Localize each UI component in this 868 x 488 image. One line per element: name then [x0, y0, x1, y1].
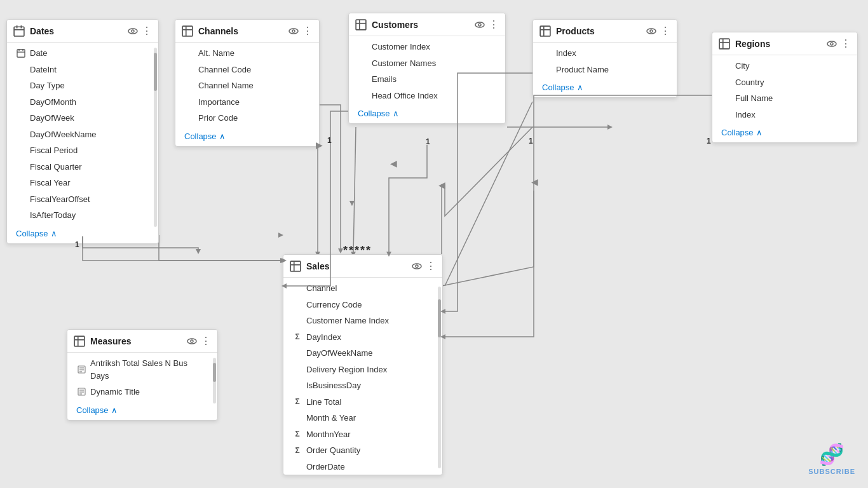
dates-scrollbar[interactable] [154, 48, 157, 227]
field-icon-currencycode [292, 299, 302, 309]
field-icon-sales-dayofweekname [292, 348, 302, 358]
field-monthnyear: Σ MonthnYear [283, 426, 436, 443]
field-icon-fullname [721, 93, 731, 104]
sales-header-actions: ⋮ [412, 260, 436, 272]
field-linetotal: Σ Line Total [283, 394, 436, 410]
dates-table-icon [13, 25, 25, 37]
field-icon-importance [184, 97, 194, 107]
badge-customers-1: 1 [426, 137, 430, 146]
regions-collapse-icon: ∧ [756, 128, 763, 137]
field-icon-channelcode [184, 64, 194, 74]
channels-table-header: Channels ⋮ [175, 20, 319, 43]
measures-eye-icon[interactable] [187, 336, 197, 346]
field-icon-regions-index [721, 109, 731, 119]
field-icon-altname [184, 48, 194, 58]
field-icon-linetotal: Σ [292, 396, 302, 407]
sales-table-icon [290, 261, 301, 272]
sales-table-title: Sales [306, 261, 412, 271]
field-importance: Importance [175, 94, 319, 111]
customers-menu-icon[interactable]: ⋮ [489, 18, 499, 30]
regions-table-title: Regions [735, 39, 827, 49]
svg-point-42 [187, 339, 196, 344]
field-orderdate: OrderDate [283, 459, 436, 475]
measures-menu-icon[interactable]: ⋮ [201, 335, 211, 347]
customers-header-actions: ⋮ [475, 18, 499, 30]
measures-collapse-icon: ∧ [111, 405, 118, 415]
dates-scrollbar-thumb [154, 53, 157, 91]
svg-point-8 [128, 29, 137, 34]
field-icon-customerindex [358, 42, 368, 52]
field-fiscalquarter: Fiscal Quarter [7, 159, 158, 175]
svg-point-22 [475, 22, 484, 27]
dates-eye-icon[interactable] [128, 26, 138, 36]
measures-scrollbar-thumb [213, 363, 216, 382]
field-icon-dayofweekname [16, 129, 26, 139]
field-icon-products-index [542, 48, 552, 58]
field-city: City [712, 58, 857, 74]
field-icon-fiscalquarter [16, 161, 26, 172]
measures-collapse-btn[interactable]: Collapse ∧ [67, 403, 217, 420]
field-icon-dayofmonth [16, 97, 26, 107]
customers-collapse-btn[interactable]: Collapse ∧ [349, 106, 505, 123]
dates-table-header: Dates ⋮ [7, 20, 158, 43]
channels-menu-icon[interactable]: ⋮ [302, 25, 313, 37]
field-icon-monthnyear: Σ [292, 429, 302, 439]
svg-point-27 [647, 29, 656, 34]
svg-point-28 [650, 30, 653, 32]
measures-scrollbar[interactable] [213, 358, 216, 403]
arrow-products-left: ◀ [438, 180, 445, 190]
field-icon-daytype [16, 81, 26, 91]
products-eye-icon[interactable] [646, 26, 656, 36]
field-icon-fiscalyear [16, 178, 26, 188]
svg-marker-62 [196, 249, 201, 254]
regions-menu-icon[interactable]: ⋮ [841, 37, 851, 50]
field-icon-isaftertoday [16, 210, 26, 220]
products-collapse-btn[interactable]: Collapse ∧ [533, 80, 677, 97]
products-menu-icon[interactable]: ⋮ [660, 25, 670, 37]
sales-scrollbar-thumb [438, 299, 441, 337]
customers-table-title: Customers [372, 20, 475, 30]
field-date-label: Date [30, 47, 47, 60]
sales-menu-icon[interactable]: ⋮ [426, 260, 436, 272]
field-daytype: Day Type [7, 78, 158, 94]
field-currencycode: Currency Code [283, 297, 436, 313]
field-icon-dayofweek [16, 113, 26, 123]
field-channelname: Channel Name [175, 78, 319, 94]
svg-rect-14 [182, 26, 193, 36]
svg-point-37 [412, 264, 421, 269]
svg-marker-3 [607, 125, 613, 130]
field-regions-index: Index [712, 107, 857, 123]
date-field-icon [16, 48, 26, 58]
svg-point-32 [827, 41, 836, 46]
dates-menu-icon[interactable]: ⋮ [142, 25, 152, 37]
dates-header-actions: ⋮ [128, 25, 152, 37]
badge-products-1: 1 [529, 137, 533, 146]
sales-eye-icon[interactable] [412, 261, 422, 271]
field-fiscalyearoffset: FiscalYearOffset [7, 191, 158, 208]
products-table-header: Products ⋮ [533, 20, 677, 43]
channels-table: Channels ⋮ Alt. Name Channel Code Channe… [175, 19, 320, 147]
dates-table-title: Dates [30, 26, 128, 36]
channels-header-actions: ⋮ [288, 25, 313, 37]
regions-collapse-btn[interactable]: Collapse ∧ [712, 125, 857, 142]
field-channel: Channel [283, 280, 436, 297]
svg-rect-34 [290, 261, 301, 271]
channels-eye-icon[interactable] [288, 26, 299, 36]
field-fullname: Full Name [712, 90, 857, 107]
field-icon-channelname [184, 81, 194, 91]
arrow-channels-right: ▶ [316, 140, 323, 150]
field-icon-city [721, 61, 731, 71]
channels-table-title: Channels [198, 26, 288, 36]
field-icon-emails [358, 74, 368, 85]
dates-collapse-btn[interactable]: Collapse ∧ [7, 226, 158, 243]
field-customerindex: Customer Index [349, 39, 505, 55]
field-icon-deliveryregionindex [292, 364, 302, 374]
measures-header-actions: ⋮ [187, 335, 211, 347]
sales-scrollbar[interactable] [438, 287, 441, 468]
customers-eye-icon[interactable] [475, 20, 485, 30]
channels-collapse-btn[interactable]: Collapse ∧ [175, 129, 319, 146]
svg-point-18 [292, 30, 295, 32]
field-icon-dynamictitle [76, 387, 86, 397]
regions-eye-icon[interactable] [827, 39, 837, 49]
field-deliveryregionindex: Delivery Region Index [283, 362, 436, 378]
